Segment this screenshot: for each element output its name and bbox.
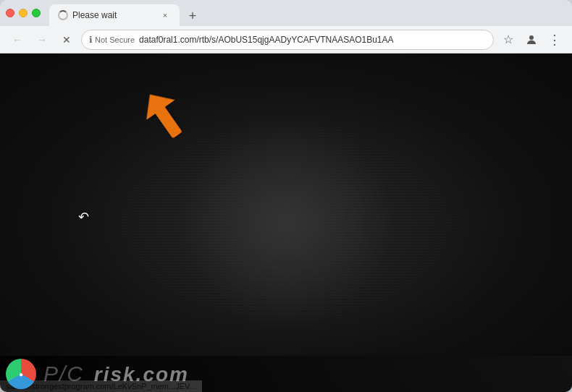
tab-title: Please wait [72, 10, 155, 20]
menu-button[interactable]: ⋮ [544, 30, 565, 50]
security-indicator: Not Secure [89, 35, 135, 45]
not-secure-text: Not Secure [95, 35, 135, 44]
profile-icon [525, 33, 538, 46]
pcr-brand: P/C risk.com [43, 362, 189, 386]
url-text: dataf0ral1.com/rtb/s/AObUS15qjgAADyYCAFV… [139, 35, 486, 45]
minimize-window-button[interactable] [19, 9, 28, 17]
title-bar: Please wait × + [0, 0, 572, 26]
browser-window: Please wait × + ← → ✕ Not Secure dataf0r… [0, 0, 572, 392]
loading-spinner [58, 10, 68, 20]
toolbar-right: ☆ ⋮ [498, 30, 565, 50]
bookmark-button[interactable]: ☆ [498, 30, 518, 50]
profile-button[interactable] [521, 30, 542, 50]
svg-marker-2 [138, 88, 175, 120]
new-tab-button[interactable]: + [182, 6, 203, 26]
tab-close-button[interactable]: × [159, 9, 171, 21]
close-window-button[interactable] [6, 9, 14, 17]
watermark-bar: P/C risk.com [0, 356, 572, 392]
maximize-window-button[interactable] [32, 9, 41, 17]
pcr-logo: P/C risk.com [6, 359, 189, 389]
mouse-cursor: ↶ [78, 209, 89, 225]
toolbar: ← → ✕ Not Secure dataf0ral1.com/rtb/s/AO… [0, 26, 572, 54]
page-content: ↶ P/C risk.com saleamstrongestprogram.co… [0, 54, 572, 392]
center-glow [177, 114, 395, 331]
browser-tab[interactable]: Please wait × [49, 4, 180, 26]
forward-button[interactable]: → [32, 30, 52, 50]
back-button[interactable]: ← [7, 30, 28, 50]
traffic-lights [6, 9, 41, 17]
reload-button[interactable]: ✕ [56, 30, 77, 50]
svg-point-0 [529, 35, 534, 40]
brand-suffix-text: risk.com [94, 363, 189, 385]
pcr-icon [6, 359, 36, 389]
address-bar[interactable]: Not Secure dataf0ral1.com/rtb/s/AObUS15q… [81, 30, 494, 50]
